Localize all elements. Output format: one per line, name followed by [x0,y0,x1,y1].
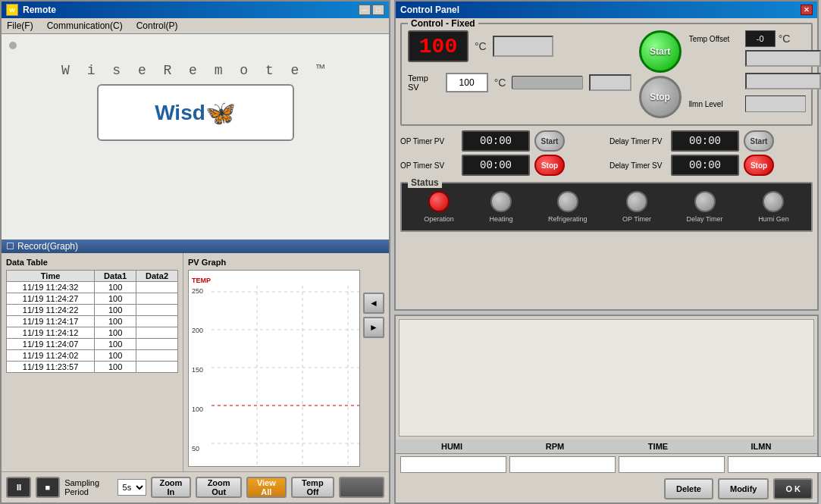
col-ilmn: ILMN [710,442,813,451]
delay-timer-sv-label: Delay Timer SV [609,161,666,170]
op-timer-sv-stop-button[interactable]: Stop [534,155,565,176]
temp-pv-unit: °C [475,40,487,52]
op-timer-sv-display: 00:00 [462,155,530,176]
status-section: Status Operation Heating Refrigerating O… [400,182,813,232]
record-checkbox[interactable]: ☐ [6,241,14,252]
col-time: Time [7,271,95,282]
table-row: 11/19 11:24:02100 [7,350,178,362]
graph-svg: TEMP 250 200 150 100 50 0 [189,271,359,466]
pause-button[interactable]: ⏸ [6,477,31,498]
cell-data2 [136,327,178,339]
status-operation: Operation [424,191,454,223]
humi-gen-led [763,191,784,212]
main-stop-button[interactable]: Stop [639,76,682,118]
col-rpm: RPM [503,442,606,451]
heating-led [490,191,512,212]
ilmn-input[interactable] [728,456,821,473]
nav-right-button[interactable]: ► [363,317,384,338]
cell-data1: 100 [95,316,136,327]
data-table: Time Data1 Data2 11/19 11:24:3210011/19 … [6,270,178,373]
time-input[interactable] [619,456,725,473]
graph-nav-button[interactable] [339,477,384,498]
temp-offset-label: Temp Offset [689,35,742,43]
cell-data2 [136,362,178,373]
cell-data1: 100 [95,282,136,293]
stop-record-button[interactable]: ■ [36,477,61,498]
modify-button[interactable]: Modify [718,478,769,499]
cell-data2 [136,339,178,350]
menu-bar: File(F) Communication(C) Control(P) [2,18,389,34]
sampling-select[interactable]: 5s [118,479,146,496]
menu-file[interactable]: File(F) [5,20,36,32]
heating-label: Heating [489,215,512,223]
status-delay-timer: Delay Timer [687,191,723,223]
lower-input-row [396,454,817,475]
zoom-in-button[interactable]: Zoom In [151,477,192,498]
op-timer-pv-start-button[interactable]: Start [534,130,565,152]
cell-data1: 100 [95,305,136,316]
temp-offset-extra-box [745,50,821,67]
right-controls: Temp Offset -0 °C llmn Level [689,30,821,112]
temp-offset-row: Temp Offset -0 °C [689,30,821,47]
temp-pv-row: 100 °C [408,30,631,62]
control-panel-window: Control Panel ✕ Control - Fixed 100 °C T… [394,0,819,311]
delay-timer-pv-row: Delay Timer PV 00:00 Start [609,130,813,152]
cp-title-text: Control Panel [400,5,459,15]
temp-off-button[interactable]: Temp Off [291,477,334,498]
minimize-button[interactable]: ─ [359,5,371,15]
delete-button[interactable]: Delete [664,478,713,499]
temp-offset-extra-box2 [745,73,821,89]
maximize-button[interactable]: □ [372,5,384,15]
record-content: Data Table Time Data1 Data2 11/19 11:24:… [2,253,389,471]
titlebar-left: W Remote [6,4,56,16]
sv-value-box: 100 [446,73,488,92]
ok-button[interactable]: O K [773,478,813,499]
col-data1: Data1 [95,271,136,282]
operation-led [428,191,450,212]
cell-data2 [136,305,178,316]
table-row: 11/19 11:24:07100 [7,339,178,350]
delay-timer-sv-display: 00:00 [671,155,739,176]
humi-input[interactable] [400,456,506,473]
cell-time: 11/19 11:24:02 [7,350,95,362]
temp-pv-display: 100 [408,30,468,62]
cell-data2 [136,316,178,327]
table-row: 11/19 11:24:12100 [7,327,178,339]
refrigerating-led [557,191,578,212]
control-fixed-label: Control - Fixed [408,18,478,29]
lower-table-header: HUMI RPM TIME ILMN [396,440,817,454]
bottom-controls: ⏸ ■ Sampling Period 5s Zoom In Zoom Out … [2,471,389,502]
wisd-logo-text: Wisd [155,101,205,125]
op-timer-pv-label: OP Timer PV [400,137,457,146]
svg-text:200: 200 [192,327,203,334]
cell-data1: 100 [95,339,136,350]
menu-communication[interactable]: Communication(C) [45,20,125,32]
nav-left-button[interactable]: ◄ [363,293,384,314]
view-all-button[interactable]: View All [246,477,287,498]
menu-control[interactable]: Control(P) [134,20,180,32]
cell-time: 11/19 11:24:27 [7,293,95,305]
cp-close-button[interactable]: ✕ [801,5,813,15]
start-button[interactable]: Start [639,30,682,73]
delay-timer-pv-label: Delay Timer PV [609,137,666,146]
sv-slider[interactable] [512,76,582,89]
col-humi: HUMI [400,442,503,451]
status-refrigerating: Refrigerating [548,191,588,223]
timer-section: OP Timer PV 00:00 Start OP Timer SV 00:0… [400,130,813,176]
delay-timer-pv-start-button[interactable]: Start [744,130,774,152]
rpm-input[interactable] [509,456,616,473]
remote-titlebar: W Remote ─ □ [2,2,389,18]
svg-text:250: 250 [192,287,203,295]
delay-timer-sv-stop-button[interactable]: Stop [744,155,774,176]
table-row: 11/19 11:24:22100 [7,305,178,316]
graph-wrapper: TEMP 250 200 150 100 50 0 [188,270,360,467]
zoom-out-button[interactable]: Zoom Out [196,477,242,498]
status-humi-gen: Humi Gen [758,191,789,223]
status-op-timer: OP Timer [622,191,651,223]
op-timer-sv-row: OP Timer SV 00:00 Stop [400,155,603,176]
op-timer-led [626,191,647,212]
offset-unit: °C [779,33,791,45]
ilmn-level-row: llmn Level [689,95,821,112]
cell-data2 [136,282,178,293]
operation-label: Operation [424,215,454,223]
